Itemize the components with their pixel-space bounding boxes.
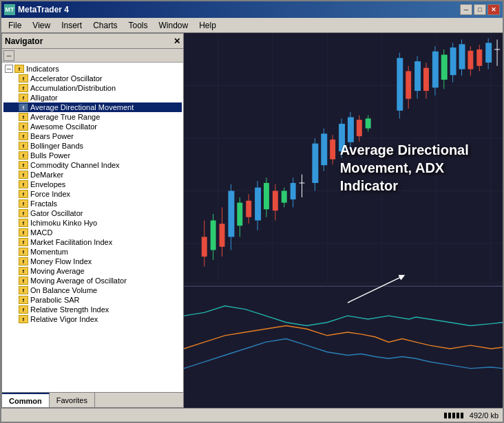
svg-rect-65 bbox=[459, 44, 465, 69]
svg-rect-53 bbox=[406, 71, 411, 98]
indicator-icon-10: f bbox=[19, 171, 28, 179]
indicator-accelerator-oscillator[interactable]: f Accelerator Oscillator bbox=[3, 74, 182, 83]
navigator-panel: Navigator ✕ ─ ─ f Indicators f Accelerat… bbox=[1, 33, 184, 408]
indicator-bears-power[interactable]: f Bears Power bbox=[3, 131, 182, 141]
indicator-icon-9: f bbox=[19, 161, 28, 169]
indicator-rsi[interactable]: f Relative Strength Index bbox=[3, 305, 182, 314]
svg-rect-63 bbox=[450, 47, 456, 75]
svg-rect-47 bbox=[357, 120, 362, 136]
indicator-label-4: Average True Range bbox=[30, 113, 100, 121]
indicator-bulls-power[interactable]: f Bulls Power bbox=[3, 151, 182, 160]
tab-favorites[interactable]: Favorites bbox=[50, 393, 95, 407]
indicator-label-22: On Balance Volume bbox=[30, 286, 97, 294]
svg-rect-51 bbox=[397, 58, 403, 110]
indicator-accumulation-distribution[interactable]: f Accumulation/Distribution bbox=[3, 83, 182, 93]
maximize-button[interactable]: □ bbox=[474, 4, 486, 15]
indicator-icon-19: f bbox=[19, 257, 28, 265]
svg-rect-71 bbox=[485, 43, 492, 63]
svg-rect-55 bbox=[414, 61, 421, 91]
status-bar: ▮▮▮▮▮ 492/0 kb bbox=[1, 408, 503, 422]
menu-file[interactable]: File bbox=[3, 19, 27, 32]
indicator-fractals[interactable]: f Fractals bbox=[3, 199, 182, 208]
menu-insert[interactable]: Insert bbox=[56, 19, 87, 32]
indicator-gator-oscillator[interactable]: f Gator Oscillator bbox=[3, 208, 182, 218]
indicator-icon-17: f bbox=[19, 238, 28, 246]
indicator-moving-average-oscillator[interactable]: f Moving Average of Oscillator bbox=[3, 276, 182, 285]
indicator-icon-16: f bbox=[19, 228, 28, 237]
indicator-money-flow[interactable]: f Money Flow Index bbox=[3, 257, 182, 266]
indicator-market-facilitation[interactable]: f Market Facilitation Index bbox=[3, 237, 182, 247]
indicator-icon-1: f bbox=[19, 84, 28, 92]
indicator-average-directional[interactable]: f Average Directional Movement bbox=[3, 102, 182, 112]
indicator-label-5: Awesome Oscillator bbox=[30, 122, 97, 131]
svg-rect-59 bbox=[432, 52, 439, 88]
navigator-title: Navigator bbox=[5, 36, 43, 46]
svg-rect-49 bbox=[366, 118, 371, 128]
indicator-label-2: Alligator bbox=[30, 94, 58, 102]
indicator-momentum[interactable]: f Momentum bbox=[3, 247, 182, 257]
folder-icon: f bbox=[14, 65, 24, 73]
status-info: 492/0 kb bbox=[470, 411, 498, 420]
tree-expand-icon[interactable]: ─ bbox=[5, 65, 13, 73]
svg-rect-29 bbox=[273, 191, 278, 210]
indicator-commodity-channel[interactable]: f Commodity Channel Index bbox=[3, 160, 182, 170]
indicator-icon-24: f bbox=[19, 305, 28, 314]
menu-window[interactable]: Window bbox=[154, 19, 194, 32]
svg-rect-61 bbox=[441, 55, 448, 80]
svg-rect-31 bbox=[282, 191, 287, 202]
indicator-label-13: Fractals bbox=[30, 199, 57, 208]
svg-rect-13 bbox=[202, 237, 207, 257]
indicator-label-9: Commodity Channel Index bbox=[30, 161, 120, 169]
tree-container[interactable]: ─ f Indicators f Accelerator Oscillator … bbox=[2, 63, 183, 392]
indicator-ichimoku[interactable]: f Ichimoku Kinko Hyo bbox=[3, 218, 182, 228]
indicator-label-15: Ichimoku Kinko Hyo bbox=[30, 219, 97, 227]
indicator-icon-21: f bbox=[19, 276, 28, 285]
indicator-icon-18: f bbox=[19, 248, 28, 256]
indicators-root-label: Indicators bbox=[26, 65, 59, 73]
tree-root-indicators[interactable]: ─ f Indicators bbox=[3, 64, 182, 74]
minimize-button[interactable]: ─ bbox=[460, 4, 472, 15]
menu-view[interactable]: View bbox=[27, 19, 56, 32]
indicator-macd[interactable]: f MACD bbox=[3, 228, 182, 237]
indicator-parabolic-sar[interactable]: f Parabolic SAR bbox=[3, 295, 182, 305]
menu-tools[interactable]: Tools bbox=[123, 19, 154, 32]
menu-charts[interactable]: Charts bbox=[87, 19, 123, 32]
indicator-icon-6: f bbox=[19, 132, 28, 140]
svg-rect-23 bbox=[246, 201, 251, 217]
indicator-label-21: Moving Average of Oscillator bbox=[30, 276, 127, 285]
indicator-average-true-range[interactable]: f Average True Range bbox=[3, 112, 182, 122]
indicator-demarker[interactable]: f DeMarker bbox=[3, 170, 182, 180]
svg-rect-17 bbox=[220, 224, 225, 246]
svg-rect-33 bbox=[291, 183, 296, 199]
menu-bar: File View Insert Charts Tools Window Hel… bbox=[1, 18, 503, 33]
indicator-label-16: MACD bbox=[30, 228, 52, 237]
indicator-moving-average[interactable]: f Moving Average bbox=[3, 266, 182, 276]
navigator-close-button[interactable]: ✕ bbox=[174, 36, 180, 46]
indicator-envelopes[interactable]: f Envelopes bbox=[3, 180, 182, 189]
indicator-icon-12: f bbox=[19, 190, 28, 198]
indicator-awesome-oscillator[interactable]: f Awesome Oscillator bbox=[3, 122, 182, 131]
indicator-label-6: Bears Power bbox=[30, 132, 74, 140]
indicator-icon-23: f bbox=[19, 296, 28, 304]
indicator-force-index[interactable]: f Force Index bbox=[3, 189, 182, 199]
collapse-button[interactable]: ─ bbox=[3, 50, 14, 61]
svg-rect-15 bbox=[211, 221, 216, 250]
indicator-label-23: Parabolic SAR bbox=[30, 296, 80, 304]
tab-common[interactable]: Common bbox=[2, 393, 50, 407]
indicator-label-19: Money Flow Index bbox=[30, 257, 92, 265]
svg-rect-57 bbox=[423, 68, 429, 91]
svg-rect-37 bbox=[312, 144, 318, 183]
menu-help[interactable]: Help bbox=[193, 19, 222, 32]
indicator-icon-7: f bbox=[19, 142, 28, 150]
indicator-alligator[interactable]: f Alligator bbox=[3, 93, 182, 102]
indicator-label-24: Relative Strength Index bbox=[30, 305, 109, 314]
indicator-on-balance-volume[interactable]: f On Balance Volume bbox=[3, 285, 182, 295]
svg-rect-39 bbox=[321, 133, 327, 165]
indicator-icon-14: f bbox=[19, 209, 28, 217]
indicator-relative-vigor[interactable]: f Relative Vigor Index bbox=[3, 314, 182, 324]
indicator-icon-8: f bbox=[19, 151, 28, 160]
indicator-label-8: Bulls Power bbox=[30, 151, 70, 160]
close-button[interactable]: ✕ bbox=[487, 4, 500, 15]
indicator-bollinger-bands[interactable]: f Bollinger Bands bbox=[3, 141, 182, 151]
indicator-icon-20: f bbox=[19, 267, 28, 275]
